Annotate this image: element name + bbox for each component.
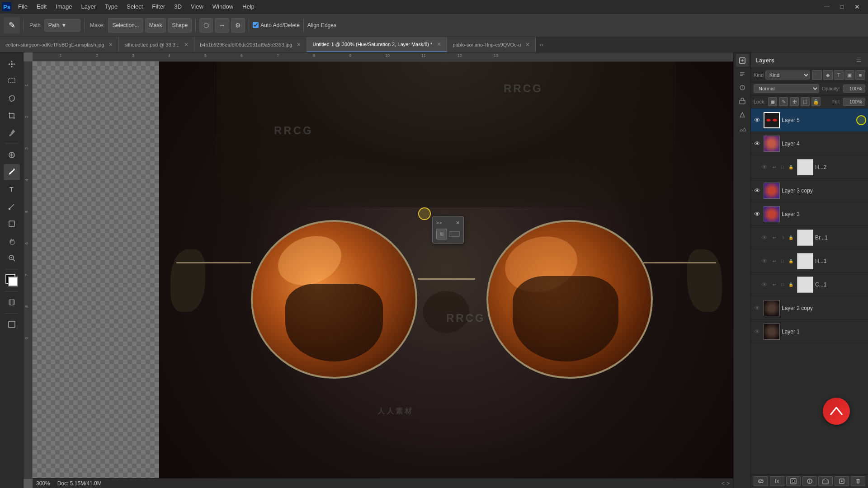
pen-tool[interactable] <box>4 164 20 180</box>
shape-tool[interactable] <box>4 216 20 232</box>
eyedropper-tool[interactable] <box>4 125 20 141</box>
layer-item-5[interactable]: 👁 Layer 5 <box>751 108 868 132</box>
zoom-tool[interactable] <box>4 250 20 266</box>
tab-2[interactable]: b4b1b9298eafbf06de2031af9a5b3393.jpg ✕ <box>194 37 307 52</box>
tab-2-close[interactable]: ✕ <box>297 42 301 48</box>
menu-type[interactable]: Type <box>100 0 122 14</box>
layer-1-visibility-icon[interactable]: 👁 <box>753 327 762 336</box>
path-select-tool[interactable] <box>4 198 20 215</box>
delete-layer-button[interactable] <box>851 476 865 486</box>
shape-button[interactable]: Shape <box>168 18 192 33</box>
tab-3[interactable]: Untitled-1 @ 300% (Hue/Saturation 2, Lay… <box>307 37 447 52</box>
tabs-more-button[interactable]: ›› <box>536 42 547 48</box>
menu-select[interactable]: Select <box>122 0 147 14</box>
dialog-close-button[interactable]: ✕ <box>456 220 460 226</box>
filter-shape-icon[interactable]: ▣ <box>844 70 854 80</box>
layer-br1-visibility-icon[interactable]: 👁 <box>760 233 769 242</box>
icon2-button[interactable]: ↔ <box>215 18 229 33</box>
tab-4-close[interactable]: ✕ <box>525 42 530 48</box>
icon1-button[interactable]: ⬡ <box>199 18 213 33</box>
menu-3d[interactable]: 3D <box>170 0 186 14</box>
menu-help[interactable]: Help <box>238 0 259 14</box>
menu-layer[interactable]: Layer <box>77 0 101 14</box>
add-adjustment-button[interactable] <box>802 476 817 486</box>
lasso-tool[interactable] <box>4 90 20 107</box>
layer-item-3copy[interactable]: 👁 Layer 3 copy <box>751 179 868 202</box>
right-tool-4[interactable] <box>736 95 749 108</box>
layers-menu-button[interactable]: ☰ <box>854 55 863 65</box>
color-swatches[interactable] <box>4 272 20 288</box>
hand-tool[interactable] <box>4 233 20 249</box>
lock-move-icon[interactable]: ✠ <box>790 97 799 106</box>
auto-add-delete-label[interactable]: Auto Add/Delete <box>253 22 300 28</box>
layer-4-visibility-icon[interactable]: 👁 <box>753 139 762 148</box>
tab-1[interactable]: silhouettee.psd @ 33.3... ✕ <box>119 37 194 52</box>
blend-mode-dropdown[interactable]: Normal Dissolve Multiply Screen Overlay … <box>754 84 819 93</box>
layer-item-c1[interactable]: 👁 ↩ □ 🔒 C...1 <box>751 273 868 296</box>
menu-image[interactable]: Image <box>51 0 76 14</box>
tab-3-close[interactable]: ✕ <box>437 41 441 47</box>
layer-3copy-visibility-icon[interactable]: 👁 <box>753 186 762 195</box>
right-tool-3[interactable] <box>736 81 749 94</box>
scroll-left-button[interactable]: < <box>722 480 725 487</box>
auto-add-delete-checkbox[interactable] <box>253 22 259 28</box>
tab-0[interactable]: colton-sturgeon-odKeTFsBDgE-unsplash.jpg… <box>0 37 119 52</box>
filter-adjustment-icon[interactable]: ◆ <box>823 70 833 80</box>
quick-mask-button[interactable] <box>4 294 20 310</box>
move-tool[interactable] <box>4 56 20 72</box>
right-tool-6[interactable] <box>736 122 749 135</box>
lock-artboard-icon[interactable]: ☐ <box>801 97 810 106</box>
healing-tool[interactable] <box>4 147 20 163</box>
select-tool[interactable] <box>4 73 20 89</box>
scroll-right-button[interactable]: > <box>726 480 730 487</box>
screen-mode-button[interactable] <box>4 316 20 333</box>
background-color[interactable] <box>8 277 18 286</box>
lock-all-icon[interactable]: 🔒 <box>811 97 821 106</box>
layer-5-visibility-icon[interactable]: 👁 <box>753 116 762 125</box>
tab-4[interactable]: pablo-soriano-Hnp-cs9QVOc-u ✕ <box>447 37 536 52</box>
tab-1-close[interactable]: ✕ <box>184 42 189 48</box>
right-tool-1[interactable] <box>736 54 749 67</box>
layer-item-h1[interactable]: 👁 ↩ □ 🔒 H...1 <box>751 249 868 273</box>
opacity-value[interactable]: 100% <box>843 84 865 93</box>
layer-item-3[interactable]: 👁 Layer 3 <box>751 202 868 226</box>
settings-button[interactable]: ⚙ <box>231 18 245 33</box>
layer-2copy-visibility-icon[interactable]: 👁 <box>753 304 762 313</box>
menu-window[interactable]: Window <box>208 0 238 14</box>
crop-tool[interactable] <box>4 108 20 124</box>
red-badge[interactable] <box>823 398 850 425</box>
new-layer-button[interactable] <box>835 476 849 486</box>
close-button[interactable]: ✕ <box>850 0 864 14</box>
layer-c1-visibility-icon[interactable]: 👁 <box>760 280 769 289</box>
minimize-button[interactable]: ─ <box>820 0 834 14</box>
add-mask-button[interactable] <box>786 476 801 486</box>
menu-view[interactable]: View <box>186 0 208 14</box>
layer-item-h2[interactable]: 👁 ↩ □ 🔒 H...2 <box>751 155 868 179</box>
menu-filter[interactable]: Filter <box>147 0 170 14</box>
right-tool-2[interactable] <box>736 68 749 80</box>
layer-3-visibility-icon[interactable]: 👁 <box>753 210 762 219</box>
right-tool-5[interactable] <box>736 108 749 121</box>
menu-file[interactable]: File <box>14 0 32 14</box>
fill-value[interactable]: 100% <box>843 98 865 106</box>
image-canvas[interactable]: RRCG RRCG RRCG 人人素材 >> ✕ ⊞ <box>33 61 733 479</box>
maximize-button[interactable]: □ <box>836 0 848 14</box>
menu-edit[interactable]: Edit <box>32 0 51 14</box>
layer-h2-visibility-icon[interactable]: 👁 <box>760 163 769 172</box>
tab-0-close[interactable]: ✕ <box>108 42 113 48</box>
lock-draw-icon[interactable]: ✎ <box>779 97 788 106</box>
filter-smart-icon[interactable]: ■ <box>855 70 865 80</box>
pen-tool-icon[interactable]: ✎ <box>4 17 20 33</box>
path-dropdown[interactable]: Path ▼ <box>44 19 80 32</box>
filter-pixel-icon[interactable]: ◾ <box>812 70 822 80</box>
add-style-button[interactable]: fx <box>770 476 784 486</box>
add-group-button[interactable] <box>818 476 833 486</box>
layer-item-1[interactable]: 👁 Layer 1 <box>751 320 868 343</box>
link-layers-button[interactable] <box>754 476 768 486</box>
layer-item-2copy[interactable]: 👁 Layer 2 copy <box>751 296 868 320</box>
filter-type-icon[interactable]: T <box>834 70 844 80</box>
lock-pixels-icon[interactable]: ◼ <box>768 97 777 106</box>
selection-button[interactable]: Selection... <box>108 18 143 33</box>
layer-item-4[interactable]: 👁 Layer 4 <box>751 132 868 155</box>
type-tool[interactable]: T <box>4 181 20 197</box>
